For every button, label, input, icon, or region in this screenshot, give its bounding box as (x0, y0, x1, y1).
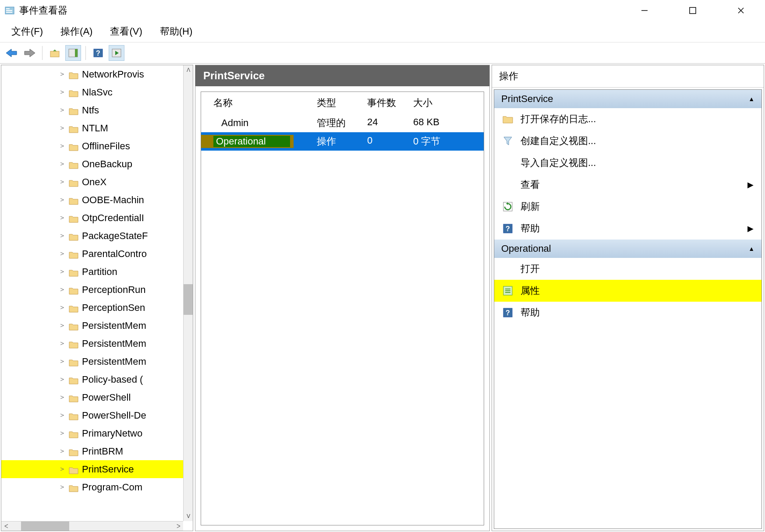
tree-item-label: PowerShell (82, 392, 131, 403)
refresh-icon (502, 201, 514, 212)
action-section-printservice[interactable]: PrintService ▲ (494, 90, 761, 108)
tree-item[interactable]: ＞PowerShell-De (1, 406, 183, 424)
chevron-right-icon: ＞ (58, 213, 66, 222)
column-type[interactable]: 类型 (311, 96, 361, 109)
scrollbar-thumb[interactable] (184, 284, 193, 315)
tree-item-label: Policy-based ( (82, 374, 143, 385)
folder-icon (69, 232, 78, 240)
action-item[interactable]: 查看▶ (494, 174, 761, 196)
tree-item[interactable]: ＞OneX (1, 173, 183, 191)
folder-icon (69, 394, 78, 402)
list-row[interactable]: Admin管理的2468 KB (201, 114, 484, 132)
action-label: 帮助 (521, 306, 540, 319)
tree-item[interactable]: ＞OneBackup (1, 155, 183, 173)
help-icon[interactable]: ? (90, 45, 106, 61)
tree-item[interactable]: ＞PersistentMem (1, 352, 183, 370)
back-button[interactable] (4, 45, 19, 61)
chevron-right-icon: ＞ (58, 357, 66, 366)
tree-item[interactable]: ＞ParentalContro (1, 245, 183, 263)
tree-item[interactable]: ＞Program-Com (1, 478, 183, 496)
action-item[interactable]: 打开 (494, 258, 761, 280)
tree-item[interactable]: ＞PerceptionRun (1, 281, 183, 299)
folder-icon (69, 322, 78, 330)
column-size[interactable]: 大小 (407, 96, 484, 109)
scroll-left-icon[interactable]: ᐸ (1, 521, 11, 531)
action-section-operational[interactable]: Operational ▲ (494, 240, 761, 258)
up-folder-button[interactable] (47, 45, 63, 61)
svg-rect-3 (6, 12, 12, 13)
close-button[interactable] (730, 2, 752, 19)
maximize-button[interactable] (682, 2, 704, 19)
separator (85, 46, 86, 60)
folder-icon (69, 142, 78, 150)
tree-item[interactable]: ＞NlaSvc (1, 83, 183, 101)
tree-item[interactable]: ＞PersistentMem (1, 335, 183, 352)
vertical-scrollbar[interactable]: ᐱ ᐯ (183, 65, 193, 521)
column-name[interactable]: 名称 (201, 96, 311, 109)
tree-panel: ＞NetworkProvis＞NlaSvc＞Ntfs＞NTLM＞OfflineF… (1, 65, 193, 531)
scroll-right-icon[interactable]: ᐳ (174, 521, 183, 531)
chevron-right-icon: ＞ (58, 375, 66, 384)
tree-scroll: ＞NetworkProvis＞NlaSvc＞Ntfs＞NTLM＞OfflineF… (1, 65, 193, 531)
tree-item-label: PrintBRM (82, 446, 123, 457)
menu-view[interactable]: 查看(V) (106, 23, 145, 40)
tree-item[interactable]: ＞OtpCredentialI (1, 209, 183, 227)
action-item[interactable]: 属性 (494, 280, 761, 302)
action-item[interactable]: 刷新 (494, 196, 761, 218)
scroll-down-icon[interactable]: ᐯ (184, 511, 193, 521)
chevron-right-icon: ＞ (58, 411, 66, 420)
menu-help[interactable]: 帮助(H) (156, 23, 196, 40)
tree-item[interactable]: ＞PrimaryNetwo (1, 424, 183, 442)
action-label: 打开保存的日志... (521, 113, 596, 126)
svg-marker-18 (504, 137, 512, 145)
scroll-up-icon[interactable]: ᐱ (184, 65, 193, 75)
tree-item[interactable]: ＞NetworkProvis (1, 65, 183, 83)
action-item[interactable]: 打开保存的日志... (494, 108, 761, 130)
action-item[interactable]: 创建自定义视图... (494, 130, 761, 152)
tree-item[interactable]: ＞PrintService (1, 460, 183, 478)
collapse-icon[interactable]: ▲ (748, 95, 754, 102)
tree-item[interactable]: ＞PackageStateF (1, 227, 183, 245)
list-row[interactable]: Operational操作00 字节 (201, 132, 484, 151)
column-count[interactable]: 事件数 (361, 96, 407, 109)
tree-item[interactable]: ＞PersistentMem (1, 317, 183, 335)
tree-item[interactable]: ＞OOBE-Machin (1, 191, 183, 209)
filter-icon (502, 135, 514, 147)
action-label: 帮助 (521, 222, 540, 235)
chevron-right-icon: ＞ (58, 70, 66, 79)
forward-button[interactable] (22, 45, 38, 61)
chevron-right-icon: ＞ (58, 393, 66, 402)
tree-item[interactable]: ＞PrintBRM (1, 442, 183, 460)
list-cell-size: 0 字节 (407, 135, 484, 148)
tree-item-label: ParentalContro (82, 248, 147, 260)
menu-action[interactable]: 操作(A) (57, 23, 96, 40)
horizontal-scrollbar[interactable]: ᐸ ᐳ (1, 521, 183, 531)
action-item[interactable]: ?帮助 (494, 302, 761, 324)
tree-item[interactable]: ＞Partition (1, 263, 183, 281)
tree-item[interactable]: ＞Policy-based ( (1, 370, 183, 388)
tree-item[interactable]: ＞NTLM (1, 119, 183, 137)
collapse-icon[interactable]: ▲ (748, 245, 754, 252)
tree-item[interactable]: ＞PerceptionSen (1, 299, 183, 317)
run-button[interactable] (109, 45, 124, 61)
folder-icon (69, 465, 78, 473)
properties-icon (502, 285, 514, 296)
scrollbar-thumb[interactable] (21, 521, 69, 531)
tree-item-label: NlaSvc (82, 87, 113, 98)
minimize-button[interactable] (634, 2, 655, 19)
list-cell-type: 操作 (311, 135, 361, 148)
none-icon (502, 179, 514, 190)
tree-item[interactable]: ＞OfflineFiles (1, 137, 183, 155)
tree-item-label: NTLM (82, 123, 108, 134)
tree-item[interactable]: ＞Ntfs (1, 101, 183, 119)
section-title: Operational (501, 243, 551, 254)
svg-rect-2 (6, 10, 12, 11)
tree-item[interactable]: ＞PowerShell (1, 388, 183, 406)
action-item[interactable]: ?帮助▶ (494, 218, 761, 240)
properties-button[interactable] (65, 45, 81, 61)
chevron-right-icon: ＞ (58, 88, 66, 97)
menu-file[interactable]: 文件(F) (8, 23, 46, 40)
chevron-right-icon: ＞ (58, 159, 66, 169)
action-label: 导入自定义视图... (521, 156, 596, 169)
action-item[interactable]: 导入自定义视图... (494, 152, 761, 174)
